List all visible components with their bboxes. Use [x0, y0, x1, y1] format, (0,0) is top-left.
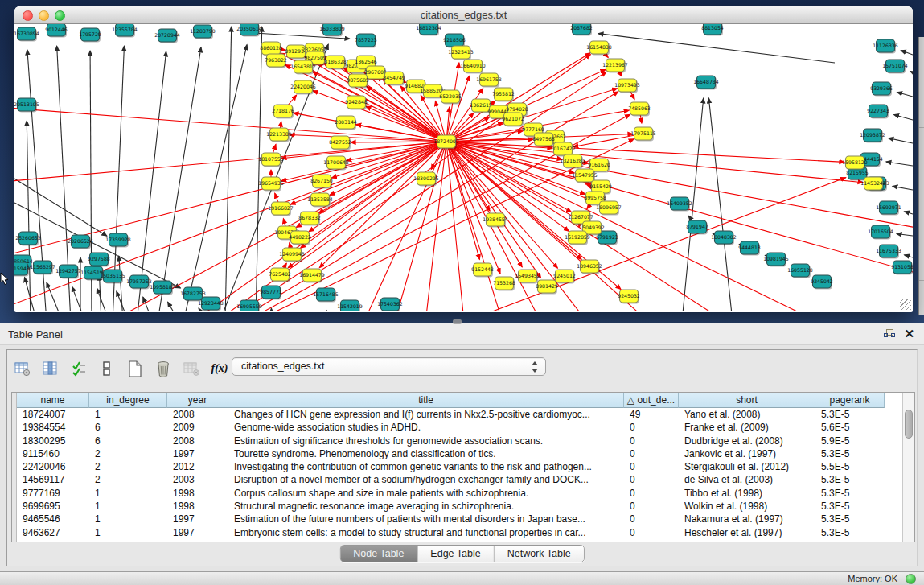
graph-node-unselected[interactable]: 16409352	[667, 197, 692, 212]
tab-node-table[interactable]: Node Table	[340, 546, 417, 562]
graph-node-selected[interactable]: 12325413	[448, 46, 474, 60]
table-row[interactable]: 977716911998Corpus callosum shape and si…	[17, 487, 885, 500]
graph-node-unselected[interactable]: 10958187	[150, 281, 175, 295]
table-settings-icon[interactable]	[14, 360, 31, 377]
graph-node-unselected[interactable]: 9329366	[870, 82, 893, 97]
graph-node-selected[interactable]: 8186328	[324, 56, 347, 70]
graph-node-selected[interactable]: 15493452	[515, 270, 540, 284]
graph-node-selected[interactable]: 12409948	[279, 248, 305, 262]
graph-node-selected[interactable]: 6497568	[532, 133, 555, 147]
create-column-icon[interactable]	[126, 360, 144, 377]
graph-node-selected[interactable]: 6522035	[439, 90, 462, 105]
graph-node-selected[interactable]: 22420046	[290, 80, 316, 95]
graph-node-unselected[interactable]: 11568297	[30, 261, 55, 275]
delete-column-icon[interactable]	[154, 360, 172, 377]
graph-node-unselected[interactable]: 16648784	[693, 76, 719, 90]
graph-node-selected[interactable]: 15958120	[842, 156, 868, 171]
graph-node-unselected[interactable]: 16730894	[14, 27, 39, 42]
row-selection-icon[interactable]	[70, 360, 88, 377]
graph-node-selected[interactable]: 8267150	[310, 175, 333, 189]
window-titlebar[interactable]: citations_edges.txt	[14, 6, 913, 24]
graph-node-unselected[interactable]: 15692971	[876, 201, 901, 216]
scrollbar-thumb[interactable]	[905, 410, 913, 439]
close-window-button[interactable]	[23, 10, 33, 21]
graph-node-selected[interactable]: 12213389	[266, 128, 292, 142]
graph-node-unselected[interactable]: 11126336	[873, 39, 898, 54]
graph-node-hub[interactable]: 18724007	[433, 135, 459, 150]
graph-node-unselected[interactable]: 12942757	[55, 265, 81, 279]
graph-node-selected[interactable]: 18300295	[413, 172, 439, 187]
column-header-title[interactable]: title	[228, 393, 624, 408]
graph-node-selected[interactable]: 9152448	[471, 263, 494, 278]
graph-node-selected[interactable]: 19166827	[268, 202, 294, 216]
graph-node-selected[interactable]: 8981429	[536, 280, 558, 295]
graph-node-unselected[interactable]: 11675333	[876, 245, 901, 259]
graph-node-selected[interactable]: 7955812	[492, 88, 515, 102]
graph-node-selected[interactable]: 10946352	[577, 260, 602, 274]
memory-ok-indicator[interactable]	[906, 574, 916, 584]
graph-node-unselected[interactable]: 2087682	[570, 24, 593, 36]
window-resize-grip[interactable]	[900, 299, 911, 310]
graph-node-unselected[interactable]: 12093872	[860, 129, 885, 143]
graph-node-unselected[interactable]: 15751074	[882, 60, 908, 74]
graph-node-unselected[interactable]: 9297588	[88, 253, 110, 267]
table-row[interactable]: 911546021997Tourette syndrome. Phenomeno…	[17, 447, 885, 460]
float-panel-icon[interactable]	[884, 329, 895, 339]
graph-node-selected[interactable]: 16961758	[476, 73, 502, 88]
table-row[interactable]: 1830029562008Estimation of significance …	[17, 435, 885, 447]
graph-node-selected[interactable]: 17975115	[630, 127, 656, 142]
graph-node-unselected[interactable]: 9857771	[260, 286, 282, 300]
function-builder-icon[interactable]: f(x)	[211, 360, 228, 377]
network-view[interactable]: 1673089490124461795729123557842072894411…	[14, 24, 913, 311]
graph-node-unselected[interactable]: 3915945	[14, 262, 30, 277]
table-selector-dropdown[interactable]: citations_edges.txt	[232, 357, 546, 376]
graph-node-unselected[interactable]: 8813054	[701, 24, 724, 36]
table-mode-icon[interactable]	[98, 360, 116, 377]
tab-edge-table[interactable]: Edge Table	[417, 546, 494, 562]
column-header-in_degree[interactable]: in_degree	[89, 393, 167, 408]
graph-node-selected[interactable]: 19384554	[483, 213, 508, 228]
graph-node-unselected[interactable]: 1795729	[79, 28, 101, 43]
table-row[interactable]: 1872400712008Changes of HCN gene express…	[17, 408, 885, 421]
graph-node-unselected[interactable]: 9245042	[811, 275, 833, 290]
graph-node-selected[interactable]: 9245032	[618, 290, 640, 304]
graph-node-unselected[interactable]: 10981945	[763, 253, 789, 267]
graph-node-unselected[interactable]: 17957253	[126, 275, 152, 290]
graph-node-selected[interactable]: 18096957	[596, 201, 622, 216]
graph-node-unselected[interactable]: 12923448	[198, 297, 224, 311]
graph-node-selected[interactable]: 19654935	[258, 177, 284, 192]
graph-node-unselected[interactable]: 17016504	[868, 225, 893, 240]
graph-node-selected[interactable]: 8678332	[298, 212, 321, 226]
graph-node-unselected[interactable]: 15035135	[100, 270, 125, 284]
minimize-window-button[interactable]	[39, 10, 49, 21]
graph-node-selected[interactable]: 16640910	[460, 60, 486, 74]
graph-node-selected[interactable]: 8454749	[383, 72, 405, 86]
column-header-out_de[interactable]: △ out_de...	[624, 393, 679, 408]
graph-node-unselected[interactable]: 16033809	[319, 24, 345, 37]
graph-node-unselected[interactable]: 20350614	[236, 24, 262, 37]
graph-node-selected[interactable]: 16543812	[290, 60, 316, 75]
show-columns-icon[interactable]	[42, 360, 60, 377]
graph-node-unselected[interactable]: 20206526	[68, 235, 93, 249]
graph-node-unselected[interactable]: 20513105	[14, 98, 39, 113]
column-header-name[interactable]: name	[17, 393, 89, 408]
graph-node-selected[interactable]: 2718176	[272, 105, 294, 119]
zoom-window-button[interactable]	[55, 10, 65, 21]
graph-node-selected[interactable]: 16914479	[299, 269, 325, 283]
graph-node-unselected[interactable]: 9227343	[867, 105, 889, 119]
table-row[interactable]: 1938455462009Genome-wide association stu…	[17, 421, 885, 434]
graph-node-selected[interactable]: 2803144	[335, 116, 357, 130]
graph-node-unselected[interactable]: 17359928	[105, 233, 131, 248]
table-row[interactable]: 2242004622012Investigating the contribut…	[17, 460, 885, 473]
column-header-short[interactable]: short	[679, 393, 815, 408]
graph-node-selected[interactable]: 13216281	[560, 154, 585, 169]
close-panel-icon[interactable]: ✕	[904, 327, 914, 341]
graph-node-unselected[interactable]: 9131058	[891, 261, 913, 275]
graph-node-unselected[interactable]: 18048302	[711, 231, 737, 245]
graph-node-selected[interactable]: 10973493	[614, 79, 640, 93]
graph-node-unselected[interactable]: 16055128	[787, 264, 813, 278]
graph-node-unselected[interactable]: 8791947	[686, 220, 708, 235]
graph-node-selected[interactable]: 7485063	[628, 102, 651, 117]
table-row[interactable]: 946554611997Estimation of the future num…	[17, 513, 885, 525]
column-header-pagerank[interactable]: pagerank	[815, 393, 885, 408]
